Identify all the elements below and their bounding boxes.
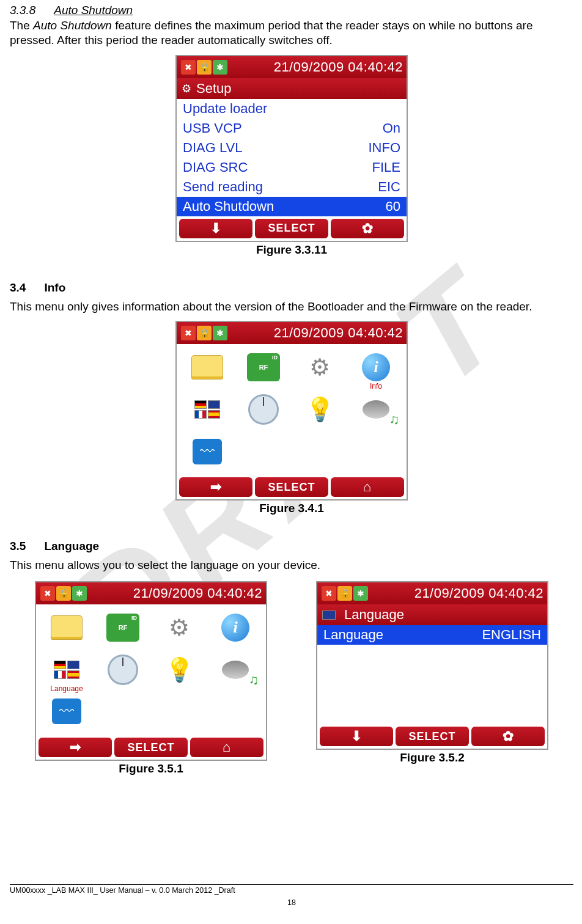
app-bulb-icon[interactable]: 💡 xyxy=(152,650,206,689)
app-info-icon[interactable]: Info xyxy=(349,348,403,387)
app-sound-icon[interactable]: ♫ xyxy=(349,390,403,429)
section-338-title: Auto Shutdown xyxy=(54,4,133,17)
flag-uk-icon xyxy=(67,661,79,669)
menu-usb-vcp-value: On xyxy=(383,120,400,136)
menu-auto-shutdown-label: Auto Shutdown xyxy=(183,199,274,215)
menu-diag-lvl[interactable]: DIAG LVL INFO xyxy=(177,138,407,158)
app-grid: RF ⚙ Info 💡 ♫ 〰 xyxy=(177,344,407,475)
status-icon-1: ✖ xyxy=(181,326,196,340)
softkey-settings[interactable]: ✿ xyxy=(471,727,545,746)
status-bar: ✖ 🔒 ✱ 21/09/2009 04:40:42 xyxy=(177,322,407,344)
chart-line-icon: 〰 xyxy=(59,703,74,720)
panel-header-language: Language xyxy=(317,604,547,625)
menu-usb-vcp-label: USB VCP xyxy=(183,120,242,136)
softkey-home[interactable]: ⌂ xyxy=(190,738,263,757)
app-sound-icon[interactable]: ♫ xyxy=(208,650,262,689)
softkey-select[interactable]: SELECT xyxy=(255,219,328,238)
section-34-num: 3.4 xyxy=(10,281,26,295)
menu-language-row[interactable]: Language ENGLISH xyxy=(317,625,547,645)
softkey-select[interactable]: SELECT xyxy=(396,727,469,746)
softkey-down[interactable]: ⬇ xyxy=(320,727,393,746)
menu-empty-area xyxy=(317,645,547,724)
menu-diag-src[interactable]: DIAG SRC FILE xyxy=(177,158,407,177)
gear-icon: ⚙ xyxy=(182,82,191,95)
status-timestamp: 21/09/2009 04:40:42 xyxy=(274,59,403,75)
app-chart-icon[interactable]: 〰 xyxy=(40,692,94,731)
softkey-down[interactable]: ⬇ xyxy=(179,219,252,238)
status-icon-2: 🔒 xyxy=(197,326,212,340)
app-bulb-icon[interactable]: 💡 xyxy=(293,390,347,429)
section-35-num: 3.5 xyxy=(10,540,26,553)
section-338-header: 3.3.8 Auto Shutdown xyxy=(10,4,573,17)
language-menu: Language ENGLISH xyxy=(317,625,547,724)
softkey-home[interactable]: ⌂ xyxy=(331,477,404,497)
section-338-num: 3.3.8 xyxy=(10,4,35,17)
device-screenshot-setup: ✖ 🔒 ✱ 21/09/2009 04:40:42 ⚙ Setup Update… xyxy=(175,55,408,242)
app-clock-icon[interactable] xyxy=(96,650,150,689)
panel-header-setup: ⚙ Setup xyxy=(177,78,407,99)
menu-usb-vcp[interactable]: USB VCP On xyxy=(177,119,407,138)
menu-diag-lvl-label: DIAG LVL xyxy=(183,140,242,156)
gear-icon: ✿ xyxy=(362,221,374,237)
softkey-settings[interactable]: ✿ xyxy=(331,219,404,238)
gear-icon: ✿ xyxy=(503,728,514,744)
menu-send-reading-value: EIC xyxy=(378,179,400,195)
section-338-paragraph: The Auto Shutdown feature defines the ma… xyxy=(10,18,573,48)
menu-language-value: ENGLISH xyxy=(482,627,541,643)
device-screenshot-info: ✖ 🔒 ✱ 21/09/2009 04:40:42 RF ⚙ Info xyxy=(175,321,408,501)
menu-update-loader-label: Update loader xyxy=(183,101,267,117)
softkey-bar: ➡ SELECT ⌂ xyxy=(36,735,266,760)
chart-line-icon: 〰 xyxy=(200,443,215,460)
app-chart-icon[interactable]: 〰 xyxy=(180,432,234,471)
panel-title: Language xyxy=(344,607,404,623)
figure-3311-caption: Figure 3.3.11 xyxy=(10,243,573,257)
rf-label: RF xyxy=(119,624,128,631)
figure-341-caption: Figure 3.4.1 xyxy=(10,502,573,515)
flag-de-icon xyxy=(194,400,207,409)
softkey-next[interactable]: ➡ xyxy=(39,738,112,757)
app-info-icon[interactable] xyxy=(208,608,262,647)
app-language-icon[interactable]: Language xyxy=(40,650,94,689)
section-34-paragraph: This menu only gives information about t… xyxy=(10,299,573,314)
music-note-icon: ♫ xyxy=(249,672,259,688)
softkey-select[interactable]: SELECT xyxy=(255,477,328,497)
app-clock-icon[interactable] xyxy=(237,390,290,429)
menu-send-reading[interactable]: Send reading EIC xyxy=(177,177,407,197)
section-34-title: Info xyxy=(44,281,65,295)
menu-language-label: Language xyxy=(323,627,383,643)
status-icon-3: ✱ xyxy=(353,586,368,601)
status-icon-3: ✱ xyxy=(72,586,87,601)
menu-update-loader[interactable]: Update loader xyxy=(177,99,407,119)
app-rf-icon[interactable]: RF xyxy=(96,608,150,647)
p338-pre: The xyxy=(10,19,33,32)
flag-de-icon xyxy=(54,661,66,669)
arrow-down-icon: ⬇ xyxy=(351,728,363,744)
softkey-bar: ⬇ SELECT ✿ xyxy=(317,724,547,749)
softkey-bar: ➡ SELECT ⌂ xyxy=(177,475,407,499)
app-language-icon[interactable] xyxy=(180,390,234,429)
menu-diag-src-label: DIAG SRC xyxy=(183,160,248,175)
app-rf-icon[interactable]: RF xyxy=(237,348,290,387)
page-number: 18 xyxy=(10,898,573,907)
flag-fr-icon xyxy=(54,670,66,679)
status-timestamp: 21/09/2009 04:40:42 xyxy=(414,585,543,601)
status-icon-2: 🔒 xyxy=(56,586,71,601)
app-folder-icon[interactable] xyxy=(40,608,94,647)
home-icon: ⌂ xyxy=(223,739,231,755)
app-settings-icon[interactable]: ⚙ xyxy=(293,348,347,387)
app-settings-icon[interactable]: ⚙ xyxy=(152,608,206,647)
app-grid: RF ⚙ Language 💡 ♫ xyxy=(36,604,266,735)
status-icon-3: ✱ xyxy=(213,60,227,75)
status-icon-1: ✖ xyxy=(181,60,196,75)
app-folder-icon[interactable] xyxy=(180,348,234,387)
section-34-header: 3.4 Info xyxy=(10,281,573,295)
flag-uk-icon xyxy=(322,610,336,620)
softkey-select[interactable]: SELECT xyxy=(114,738,188,757)
setup-menu: Update loader USB VCP On DIAG LVL INFO D… xyxy=(177,99,407,216)
status-bar: ✖ 🔒 ✱ 21/09/2009 04:40:42 xyxy=(317,582,547,604)
menu-auto-shutdown[interactable]: Auto Shutdown 60 xyxy=(177,197,407,216)
arrow-down-icon: ⬇ xyxy=(210,221,222,237)
softkey-next[interactable]: ➡ xyxy=(179,477,252,497)
home-icon: ⌂ xyxy=(363,479,372,495)
status-icon-3: ✱ xyxy=(213,326,227,340)
